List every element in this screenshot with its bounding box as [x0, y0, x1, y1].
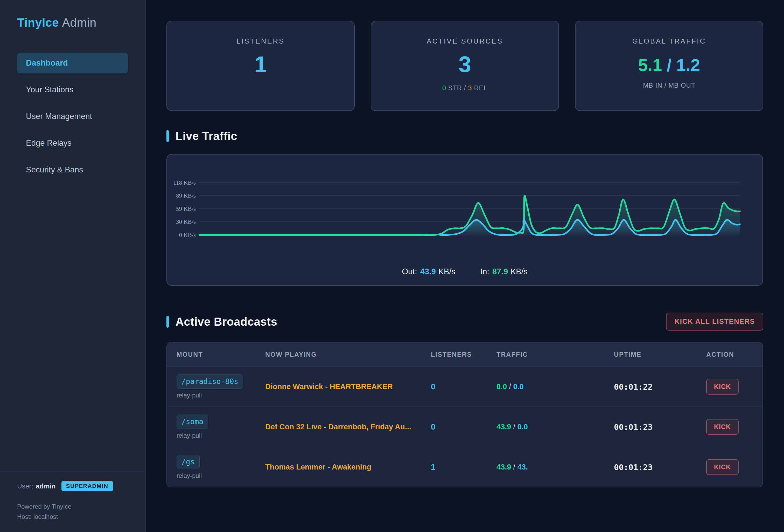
traffic-in-mb: 5.1	[638, 55, 662, 75]
table-row: /gs relay-pull Thomas Lemmer - Awakening…	[167, 447, 762, 487]
mount-cell: /gs relay-pull	[176, 455, 265, 479]
sidebar-nav: Dashboard Your Stations User Management …	[17, 53, 128, 180]
mount-type: relay-pull	[176, 472, 202, 479]
traffic-out-mb: 1.2	[676, 55, 700, 75]
rel-count: 3	[468, 84, 472, 91]
col-action: ACTION	[706, 351, 762, 358]
traffic-cell: 0.0/0.0	[497, 383, 614, 391]
user-name: admin	[36, 482, 56, 490]
active-sources-value: 3	[459, 51, 471, 78]
traffic-sep: /	[509, 383, 511, 391]
col-now-playing: NOW PLAYING	[265, 351, 431, 358]
chart-legend: Out:43.9KB/s In:87.9KB/s	[167, 267, 762, 276]
sidebar-item-label: Dashboard	[26, 58, 68, 68]
sidebar-item-label: Your Stations	[26, 85, 73, 94]
user-row: User: admin SUPERADMIN	[17, 481, 129, 491]
live-traffic-title: Live Traffic	[175, 130, 237, 143]
traffic-out: 43.	[517, 463, 528, 471]
sidebar-item-label: User Management	[26, 112, 92, 121]
traffic-in: 43.9	[497, 423, 511, 431]
svg-text:30 KB/s: 30 KB/s	[176, 219, 196, 225]
now-playing-text: Dionne Warwick - HEARTBREAKER	[265, 383, 431, 391]
sidebar: TinyIceAdmin Dashboard Your Stations Use…	[0, 0, 146, 532]
action-cell: KICK	[706, 379, 762, 395]
uptime-value: 00:01:23	[614, 463, 706, 472]
broadcasts-header: Active Broadcasts KICK ALL LISTENERS	[166, 313, 763, 331]
kick-all-listeners-button[interactable]: KICK ALL LISTENERS	[666, 313, 763, 331]
host-text: Host: localhost	[17, 512, 129, 522]
traffic-sep: /	[513, 423, 515, 431]
action-cell: KICK	[706, 459, 762, 475]
traffic-in: 0.0	[497, 383, 507, 391]
svg-text:0 KB/s: 0 KB/s	[179, 232, 196, 238]
legend-out-unit: KB/s	[439, 267, 455, 276]
sidebar-item-edge-relays[interactable]: Edge Relays	[17, 133, 128, 153]
accent-bar	[166, 130, 169, 142]
svg-text:118 KB/s: 118 KB/s	[173, 179, 196, 186]
legend-out: Out:43.9KB/s	[402, 267, 455, 276]
legend-in: In:87.9KB/s	[480, 267, 528, 276]
listeners-card: LISTENERS 1	[166, 21, 355, 111]
accent-bar	[166, 316, 169, 328]
broadcasts-table: MOUNT NOW PLAYING LISTENERS TRAFFIC UPTI…	[166, 342, 763, 487]
traffic-separator: /	[667, 55, 671, 75]
listeners-count: 0	[431, 382, 497, 391]
main-content: LISTENERS 1 ACTIVE SOURCES 3 0 STR / 3 R…	[146, 0, 784, 532]
mount-chip: /paradiso-80s	[176, 374, 243, 389]
listeners-value: 1	[254, 51, 267, 78]
stats-row: LISTENERS 1 ACTIVE SOURCES 3 0 STR / 3 R…	[166, 21, 763, 111]
superadmin-badge: SUPERADMIN	[61, 481, 113, 491]
uptime-value: 00:01:23	[614, 422, 706, 432]
sidebar-item-label: Edge Relays	[26, 138, 72, 148]
sidebar-item-security-bans[interactable]: Security & Bans	[17, 160, 128, 180]
rel-label: REL	[474, 84, 487, 91]
traffic-sep: /	[513, 463, 515, 471]
kick-button[interactable]: KICK	[706, 419, 739, 435]
legend-out-value: 43.9	[420, 267, 436, 276]
sidebar-footer: User: admin SUPERADMIN Powered by TinyIc…	[0, 471, 146, 522]
legend-in-unit: KB/s	[510, 267, 527, 276]
user-label: User:	[17, 482, 33, 490]
global-traffic-value: 5.1 / 1.2	[638, 55, 700, 75]
listeners-count: 0	[431, 422, 497, 432]
mount-type: relay-pull	[176, 392, 202, 399]
mount-chip: /soma	[176, 415, 208, 429]
traffic-cell: 43.9/0.0	[497, 423, 614, 431]
col-listeners: LISTENERS	[431, 351, 497, 358]
traffic-out: 0.0	[513, 383, 524, 391]
kick-button[interactable]: KICK	[706, 379, 739, 395]
table-header-row: MOUNT NOW PLAYING LISTENERS TRAFFIC UPTI…	[167, 342, 762, 366]
legend-out-label: Out:	[402, 267, 417, 276]
active-sources-card: ACTIVE SOURCES 3 0 STR / 3 REL	[371, 21, 559, 111]
broadcasts-title: Active Broadcasts	[175, 315, 277, 328]
str-count: 0	[442, 84, 446, 91]
svg-text:89 KB/s: 89 KB/s	[176, 192, 196, 199]
global-traffic-card: GLOBAL TRAFFIC 5.1 / 1.2 MB IN / MB OUT	[575, 21, 763, 111]
mount-type: relay-pull	[176, 432, 202, 439]
listeners-count: 1	[431, 463, 497, 472]
sidebar-meta: Powered by TinyIce Host: localhost	[17, 502, 129, 522]
now-playing-text: Def Con 32 Live - Darrenbob, Friday Au..…	[265, 423, 431, 431]
sidebar-item-user-management[interactable]: User Management	[17, 106, 128, 127]
powered-by-text: Powered by TinyIce	[17, 502, 129, 511]
mount-cell: /paradiso-80s relay-pull	[176, 374, 265, 399]
legend-in-label: In:	[480, 267, 489, 276]
brand-primary: TinyIce	[17, 16, 59, 29]
global-traffic-sub: MB IN / MB OUT	[643, 82, 695, 89]
legend-in-value: 87.9	[492, 267, 508, 276]
global-traffic-label: GLOBAL TRAFFIC	[632, 37, 706, 45]
sources-breakdown: 0 STR / 3 REL	[442, 84, 487, 92]
sidebar-item-label: Security & Bans	[26, 165, 83, 174]
traffic-in: 43.9	[497, 463, 511, 471]
traffic-out: 0.0	[517, 423, 528, 431]
kick-button[interactable]: KICK	[706, 459, 739, 475]
traffic-cell: 43.9/43.	[497, 463, 614, 471]
live-traffic-header: Live Traffic	[166, 130, 763, 143]
brand-secondary: Admin	[62, 16, 96, 29]
sidebar-item-your-stations[interactable]: Your Stations	[17, 79, 128, 100]
str-label: STR /	[448, 84, 466, 91]
sidebar-item-dashboard[interactable]: Dashboard	[17, 53, 128, 73]
table-row: /paradiso-80s relay-pull Dionne Warwick …	[167, 366, 762, 407]
action-cell: KICK	[706, 419, 762, 435]
col-mount: MOUNT	[176, 351, 265, 358]
